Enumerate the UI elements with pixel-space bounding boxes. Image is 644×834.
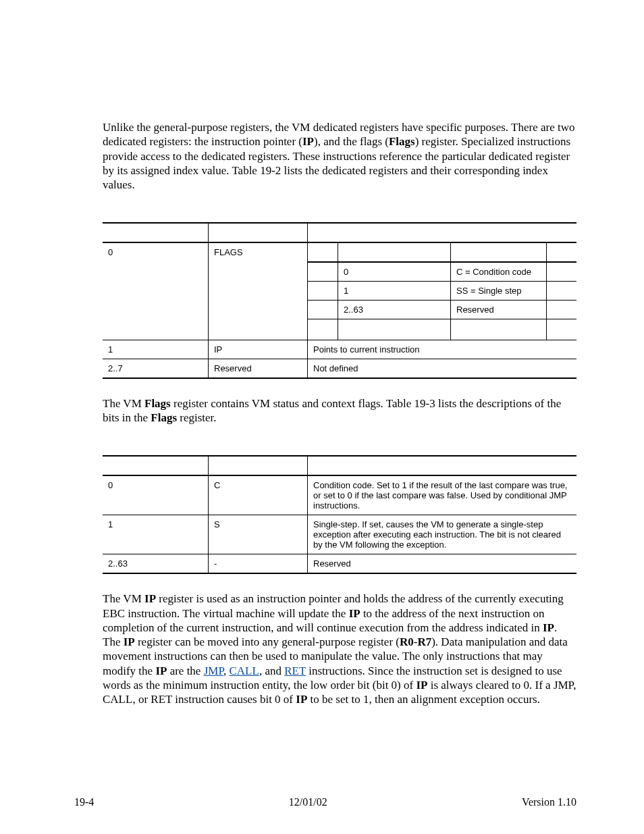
intel-logo: intel. <box>525 39 576 68</box>
table-dedicated-registers: Index Register Description 0 FLAGS Bit D… <box>103 222 576 379</box>
cell: 1 <box>103 340 209 359</box>
cell: Not defined <box>308 359 577 378</box>
cell: C = Condition code <box>451 262 547 282</box>
inner-th-desc: Description <box>451 243 547 262</box>
th-bit: Bit <box>103 456 209 475</box>
th-description: Description <box>308 223 577 242</box>
cell-index-0: 0 <box>103 242 209 340</box>
link-jmp[interactable]: JMP <box>204 664 223 677</box>
th-register: Register <box>209 223 308 242</box>
cell: SS = Single step <box>451 282 547 301</box>
paragraph-2: The VM Flags register contains VM status… <box>103 396 576 425</box>
cell: 0 <box>103 475 209 515</box>
cell: Points to current instruction <box>308 340 577 359</box>
cell: IP <box>209 340 308 359</box>
table1-caption: Table 19-2. Dedicated VM Registers <box>103 208 576 218</box>
cell: Reserved <box>451 301 547 319</box>
cell: 0 <box>338 262 451 282</box>
inner-table-flags-bits: Bit Description 0 C = Condition code <box>308 243 576 340</box>
cell-register-flags: FLAGS <box>209 242 308 340</box>
section-heading: 19.3.2 Dedicated VM Registers <box>103 99 576 111</box>
cell: C <box>209 475 308 515</box>
th-index: Index <box>103 223 209 242</box>
table2-caption: Table 19-3. VM Flags Register <box>103 441 576 451</box>
cell: 1 <box>338 282 451 301</box>
table-vm-flags: Bit Flag Description 0 C Condition code.… <box>103 455 576 574</box>
footer-version: Version 1.10 <box>522 796 576 808</box>
cell: Condition code. Set to 1 if the result o… <box>308 475 577 515</box>
cell: - <box>209 554 308 574</box>
cell: Reserved <box>209 359 308 378</box>
cell: 2..7 <box>103 359 209 378</box>
link-ret[interactable]: RET <box>284 664 306 677</box>
cell: 2..63 <box>338 301 451 319</box>
footer-date: 12/01/02 <box>289 796 327 808</box>
page-footer: 19-4 12/01/02 Version 1.10 <box>0 796 644 808</box>
cell: 1 <box>103 515 209 554</box>
cell: Reserved <box>308 554 577 574</box>
paragraph-3: The VM IP register is used as an instruc… <box>103 592 576 706</box>
paragraph-1: Unlike the general-purpose registers, th… <box>103 120 576 192</box>
th-flag: Flag <box>209 456 308 475</box>
footer-page-number: 19-4 <box>74 796 94 808</box>
th-desc: Description <box>308 456 577 475</box>
link-call[interactable]: CALL <box>229 664 259 677</box>
cell: S <box>209 515 308 554</box>
running-header: Extensible Firmware Interface Specificat… <box>103 41 576 51</box>
cell: Single-step. If set, causes the VM to ge… <box>308 515 577 554</box>
inner-th-bit: Bit <box>338 243 451 262</box>
cell: 2..63 <box>103 554 209 574</box>
